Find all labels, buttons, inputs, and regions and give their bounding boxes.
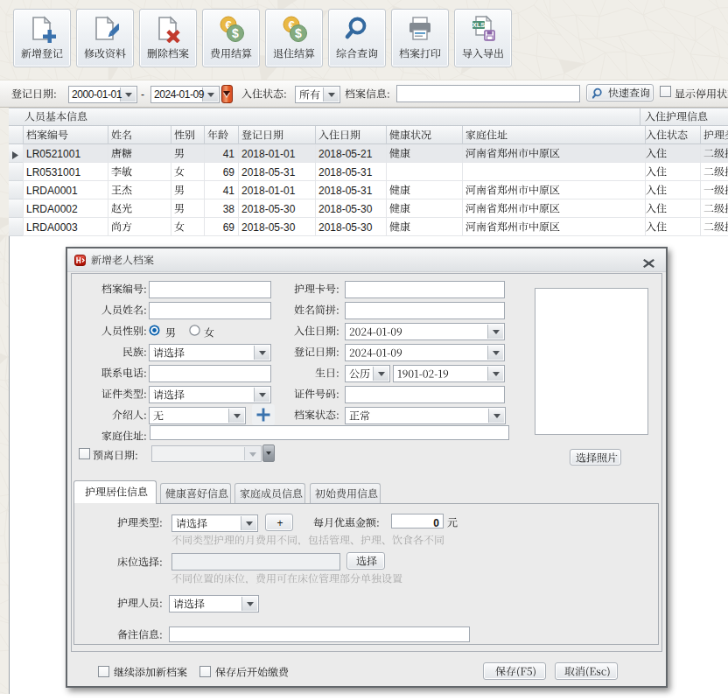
- svg-text:$: $: [232, 26, 239, 40]
- svg-text:$: $: [295, 26, 302, 40]
- svg-text:XLS: XLS: [472, 21, 486, 29]
